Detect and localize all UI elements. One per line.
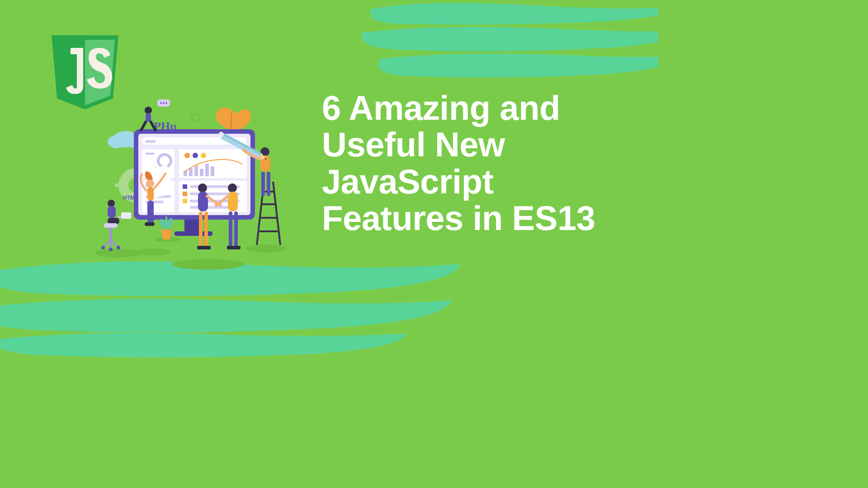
svg-rect-45: [183, 192, 187, 196]
svg-rect-51: [146, 113, 151, 122]
svg-point-1: [95, 249, 140, 258]
svg-point-34: [193, 153, 198, 158]
svg-rect-76: [234, 211, 238, 247]
svg-point-33: [184, 153, 190, 158]
svg-point-73: [228, 183, 237, 192]
svg-rect-72: [203, 246, 211, 249]
svg-point-16: [160, 102, 162, 104]
svg-rect-74: [228, 192, 238, 211]
page-title: 6 Amazing and Useful New JavaScript Feat…: [322, 89, 631, 236]
svg-rect-78: [233, 246, 241, 249]
svg-point-3: [246, 244, 288, 253]
svg-point-12: [108, 136, 126, 148]
svg-point-65: [117, 246, 120, 249]
svg-point-57: [108, 200, 115, 207]
php-label: PHp: [154, 120, 177, 133]
svg-rect-39: [200, 169, 203, 176]
svg-rect-62: [104, 223, 118, 228]
svg-rect-82: [267, 172, 270, 196]
svg-rect-40: [205, 164, 209, 176]
svg-point-14: [192, 114, 199, 121]
svg-rect-41: [211, 166, 214, 176]
svg-rect-49: [190, 206, 231, 209]
svg-rect-56: [145, 222, 155, 226]
svg-rect-70: [204, 211, 208, 247]
svg-rect-47: [183, 199, 187, 203]
svg-rect-37: [189, 168, 193, 176]
svg-point-67: [198, 183, 207, 192]
svg-rect-25: [146, 153, 155, 155]
svg-rect-58: [108, 206, 116, 218]
svg-point-17: [163, 102, 165, 104]
svg-point-64: [101, 246, 105, 249]
svg-rect-81: [261, 172, 265, 196]
svg-rect-63: [109, 228, 112, 240]
svg-rect-75: [229, 211, 232, 247]
svg-rect-38: [194, 165, 198, 176]
svg-rect-69: [199, 211, 203, 247]
svg-point-53: [146, 179, 154, 188]
svg-rect-77: [227, 246, 234, 249]
svg-rect-9: [115, 183, 121, 187]
svg-point-66: [109, 248, 113, 251]
svg-point-18: [165, 102, 167, 104]
svg-rect-61: [121, 212, 131, 219]
brush-stroke-top: [344, 0, 658, 99]
svg-point-50: [145, 107, 152, 114]
www-label: www: [145, 139, 156, 144]
svg-rect-55: [147, 201, 154, 223]
svg-rect-71: [197, 246, 204, 249]
dev-illustration: HTML: [90, 99, 298, 271]
svg-rect-43: [183, 184, 187, 189]
svg-point-2: [137, 249, 171, 256]
svg-rect-68: [198, 192, 208, 211]
svg-point-35: [201, 153, 206, 158]
svg-rect-59: [108, 218, 119, 224]
svg-point-0: [172, 259, 244, 270]
